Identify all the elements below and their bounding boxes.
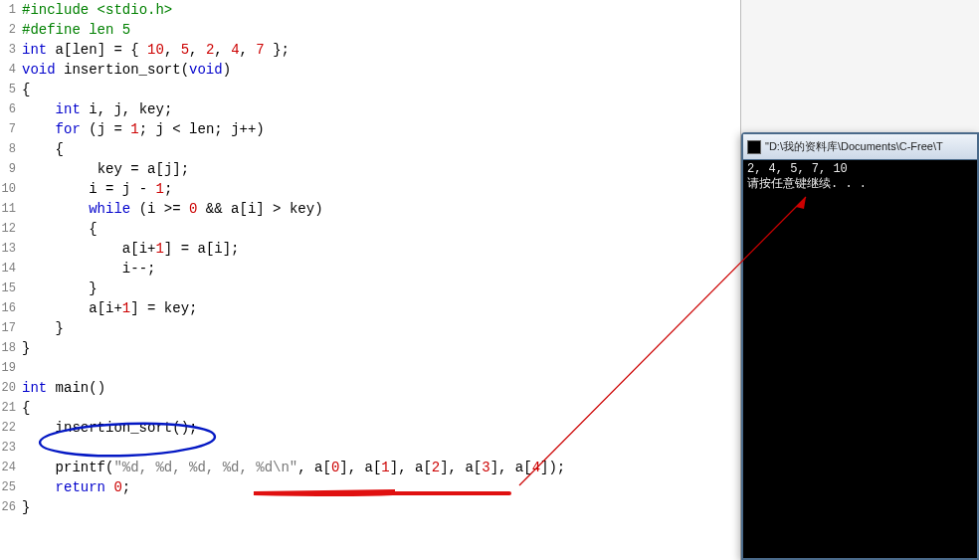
code-content[interactable]: int i, j, key; xyxy=(18,99,172,119)
code-content[interactable]: insertion_sort(); xyxy=(18,418,197,438)
code-line[interactable]: 18} xyxy=(0,338,740,358)
line-number: 7 xyxy=(0,119,18,139)
code-line[interactable]: 2#define len 5 xyxy=(0,20,740,40)
line-number: 6 xyxy=(0,99,18,119)
line-number: 23 xyxy=(0,438,18,458)
code-line[interactable]: 12 { xyxy=(0,219,740,239)
line-number: 25 xyxy=(0,477,18,497)
code-line[interactable]: 19 xyxy=(0,358,740,378)
code-line[interactable]: 14 i--; xyxy=(0,259,740,279)
code-line[interactable]: 23 xyxy=(0,438,740,458)
line-number: 20 xyxy=(0,378,18,398)
code-line[interactable]: 5{ xyxy=(0,80,740,99)
code-content[interactable]: { xyxy=(18,398,30,418)
code-content[interactable]: } xyxy=(18,279,98,298)
code-line[interactable]: 7 for (j = 1; j < len; j++) xyxy=(0,119,740,139)
line-number: 1 xyxy=(0,0,18,20)
code-content[interactable]: i = j - 1; xyxy=(18,179,172,199)
line-number: 8 xyxy=(0,139,18,159)
console-body: 2, 4, 5, 7, 10 请按任意键继续. . . xyxy=(743,160,977,194)
code-line[interactable]: 4void insertion_sort(void) xyxy=(0,60,740,80)
code-line[interactable]: 20int main() xyxy=(0,378,740,398)
code-content[interactable]: { xyxy=(18,139,64,159)
code-content[interactable]: } xyxy=(18,497,30,517)
line-number: 10 xyxy=(0,179,18,199)
code-content[interactable]: printf("%d, %d, %d, %d, %d\n", a[0], a[1… xyxy=(18,458,565,477)
code-line[interactable]: 8 { xyxy=(0,139,740,159)
code-line[interactable]: 17 } xyxy=(0,318,740,338)
line-number: 17 xyxy=(0,318,18,338)
line-number: 11 xyxy=(0,199,18,219)
line-number: 9 xyxy=(0,159,18,179)
line-number: 5 xyxy=(0,80,18,99)
line-number: 3 xyxy=(0,40,18,60)
code-line[interactable]: 10 i = j - 1; xyxy=(0,179,740,199)
code-content[interactable]: #include <stdio.h> xyxy=(18,0,172,20)
line-number: 12 xyxy=(0,219,18,239)
cmd-icon xyxy=(747,140,761,154)
code-content[interactable]: i--; xyxy=(18,259,155,279)
code-line[interactable]: 21{ xyxy=(0,398,740,418)
code-line[interactable]: 6 int i, j, key; xyxy=(0,99,740,119)
console-output-line: 2, 4, 5, 7, 10 xyxy=(747,162,973,177)
line-number: 4 xyxy=(0,60,18,80)
code-line[interactable]: 15 } xyxy=(0,279,740,298)
code-content[interactable]: void insertion_sort(void) xyxy=(18,60,231,80)
code-content[interactable] xyxy=(18,358,22,378)
line-number: 13 xyxy=(0,239,18,259)
code-content[interactable] xyxy=(18,438,22,458)
code-editor[interactable]: 1#include <stdio.h>2#define len 53int a[… xyxy=(0,0,741,560)
console-prompt-line: 请按任意键继续. . . xyxy=(747,177,973,192)
code-line[interactable]: 16 a[i+1] = key; xyxy=(0,298,740,318)
code-content[interactable]: { xyxy=(18,80,30,99)
code-content[interactable]: { xyxy=(18,219,98,239)
code-area[interactable]: 1#include <stdio.h>2#define len 53int a[… xyxy=(0,0,740,517)
code-line[interactable]: 9 key = a[j]; xyxy=(0,159,740,179)
line-number: 14 xyxy=(0,259,18,279)
console-titlebar[interactable]: "D:\我的资料库\Documents\C-Free\T xyxy=(743,134,977,160)
code-line[interactable]: 3int a[len] = { 10, 5, 2, 4, 7 }; xyxy=(0,40,740,60)
code-content[interactable]: int main() xyxy=(18,378,105,398)
code-content[interactable]: for (j = 1; j < len; j++) xyxy=(18,119,265,139)
code-content[interactable]: a[i+1] = key; xyxy=(18,298,197,318)
line-number: 15 xyxy=(0,279,18,298)
code-line[interactable]: 1#include <stdio.h> xyxy=(0,0,740,20)
console-title: "D:\我的资料库\Documents\C-Free\T xyxy=(765,139,943,154)
code-content[interactable]: a[i+1] = a[i]; xyxy=(18,239,240,259)
code-content[interactable]: int a[len] = { 10, 5, 2, 4, 7 }; xyxy=(18,40,290,60)
code-line[interactable]: 26} xyxy=(0,497,740,517)
line-number: 21 xyxy=(0,398,18,418)
code-content[interactable]: #define len 5 xyxy=(18,20,130,40)
code-line[interactable]: 11 while (i >= 0 && a[i] > key) xyxy=(0,199,740,219)
code-content[interactable]: while (i >= 0 && a[i] > key) xyxy=(18,199,323,219)
console-window[interactable]: "D:\我的资料库\Documents\C-Free\T 2, 4, 5, 7,… xyxy=(741,132,979,560)
code-content[interactable]: } xyxy=(18,318,64,338)
line-number: 19 xyxy=(0,358,18,378)
line-number: 24 xyxy=(0,458,18,477)
code-line[interactable]: 25 return 0; xyxy=(0,477,740,497)
code-content[interactable]: } xyxy=(18,338,30,358)
code-line[interactable]: 22 insertion_sort(); xyxy=(0,418,740,438)
line-number: 26 xyxy=(0,497,18,517)
code-content[interactable]: key = a[j]; xyxy=(18,159,189,179)
code-line[interactable]: 13 a[i+1] = a[i]; xyxy=(0,239,740,259)
code-line[interactable]: 24 printf("%d, %d, %d, %d, %d\n", a[0], … xyxy=(0,458,740,477)
code-content[interactable]: return 0; xyxy=(18,477,130,497)
line-number: 18 xyxy=(0,338,18,358)
line-number: 2 xyxy=(0,20,18,40)
line-number: 16 xyxy=(0,298,18,318)
line-number: 22 xyxy=(0,418,18,438)
